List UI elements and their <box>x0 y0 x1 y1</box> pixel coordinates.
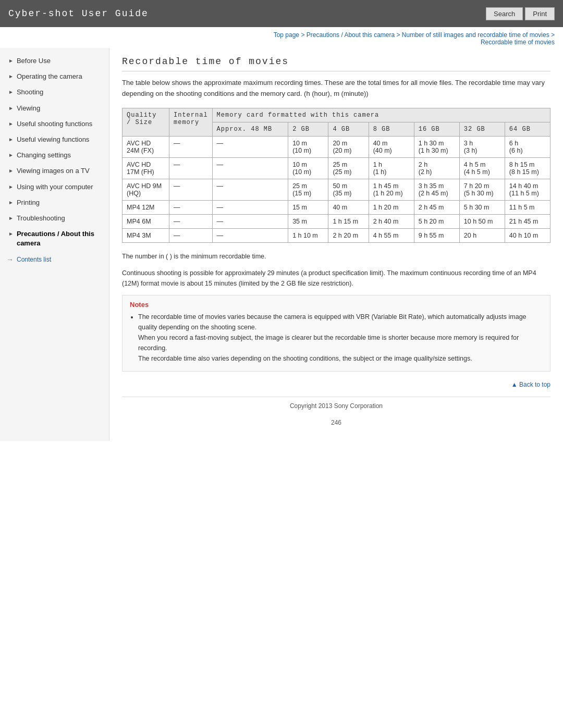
cell-8gb-1: 40 m(40 m) <box>369 136 414 157</box>
sidebar-label-shooting: Shooting <box>17 88 43 97</box>
content-area: Recordable time of movies The table belo… <box>109 48 563 441</box>
page-number: 246 <box>122 415 550 430</box>
sidebar-item-useful-shooting[interactable]: ► Useful shooting functions <box>0 116 109 132</box>
table-row: AVC HD 9M (HQ) — — 25 m(15 m) 50 m(35 m)… <box>123 179 550 200</box>
th-internal: Internal memory <box>169 108 213 136</box>
sidebar-label-printing: Printing <box>17 198 40 207</box>
cell-16gb-2: 2 h(2 h) <box>414 157 459 179</box>
sidebar-arrow-12: ► <box>8 230 14 238</box>
breadcrumb-link-number[interactable]: Number of still images and recordable ti… <box>402 31 549 39</box>
sidebar-label-operating: Operating the camera <box>17 72 82 81</box>
sidebar-item-printing[interactable]: ► Printing <box>0 195 109 211</box>
recording-table: Quality / Size Internal memory Memory ca… <box>122 108 550 243</box>
sidebar-label-computer: Using with your computer <box>17 182 93 192</box>
cell-8gb-3: 1 h 45 m(1 h 20 m) <box>369 179 414 200</box>
cell-approx-5: — <box>212 214 288 228</box>
sidebar-label-troubleshooting: Troubleshooting <box>17 214 65 223</box>
sidebar-item-changing-settings[interactable]: ► Changing settings <box>0 147 109 163</box>
print-button[interactable]: Print <box>525 7 555 20</box>
cell-internal-5: — <box>169 214 213 228</box>
sidebar-label-viewing: Viewing <box>17 104 40 113</box>
cell-64gb-4: 11 h 5 m <box>505 200 550 214</box>
notes-box: Notes The recordable time of movies vari… <box>122 295 550 372</box>
contents-list-link[interactable]: → Contents list <box>0 251 109 268</box>
th-16gb: 16 GB <box>414 122 459 136</box>
cell-quality-2: AVC HD 17M (FH) <box>123 157 169 179</box>
main-layout: ► Before Use ► Operating the camera ► Sh… <box>0 48 563 441</box>
cell-16gb-4: 2 h 45 m <box>414 200 459 214</box>
breadcrumb-link-precautions[interactable]: Precautions / About this camera <box>307 31 395 39</box>
sidebar-label-useful-viewing: Useful viewing functions <box>17 135 89 144</box>
sidebar-label-viewing-tv: Viewing images on a TV <box>17 166 90 176</box>
footer: Copyright 2013 Sony Corporation <box>122 397 550 415</box>
cell-2gb-5: 35 m <box>288 214 328 228</box>
cell-quality-3: AVC HD 9M (HQ) <box>123 179 169 200</box>
search-button[interactable]: Search <box>486 7 523 20</box>
sidebar-arrow-2: ► <box>8 73 14 80</box>
table-row: MP4 12M — — 15 m 40 m 1 h 20 m 2 h 45 m … <box>123 200 550 214</box>
cell-16gb-3: 3 h 35 m(2 h 45 m) <box>414 179 459 200</box>
cell-32gb-1: 3 h(3 h) <box>459 136 505 157</box>
app-title: Cyber-shot User Guide <box>8 8 149 19</box>
cell-8gb-6: 4 h 55 m <box>369 228 414 242</box>
cell-quality-4: MP4 12M <box>123 200 169 214</box>
sidebar-item-computer[interactable]: ► Using with your computer <box>0 179 109 195</box>
breadcrumb-link-top[interactable]: Top page <box>274 31 299 39</box>
cell-quality-6: MP4 3M <box>123 228 169 242</box>
sidebar-arrow-5: ► <box>8 120 14 128</box>
cell-internal-1: — <box>169 136 213 157</box>
cell-4gb-5: 1 h 15 m <box>328 214 369 228</box>
cell-internal-6: — <box>169 228 213 242</box>
th-2gb: 2 GB <box>288 122 328 136</box>
sidebar-arrow-4: ► <box>8 105 14 112</box>
sidebar-item-before-use[interactable]: ► Before Use <box>0 53 109 69</box>
table-row: MP4 3M — — 1 h 10 m 2 h 20 m 4 h 55 m 9 … <box>123 228 550 242</box>
notes-title: Notes <box>130 301 543 309</box>
cell-32gb-6: 20 h <box>459 228 505 242</box>
cell-quality-5: MP4 6M <box>123 214 169 228</box>
back-to-top[interactable]: ▲ Back to top <box>122 378 550 391</box>
table-row: AVC HD 17M (FH) — — 10 m(10 m) 25 m(25 m… <box>123 157 550 179</box>
cell-approx-1: — <box>212 136 288 157</box>
cell-4gb-6: 2 h 20 m <box>328 228 369 242</box>
sidebar-item-shooting[interactable]: ► Shooting <box>0 84 109 100</box>
cell-4gb-1: 20 m(20 m) <box>328 136 369 157</box>
cell-quality-1: AVC HD 24M (FX) <box>123 136 169 157</box>
cell-2gb-2: 10 m(10 m) <box>288 157 328 179</box>
cell-32gb-3: 7 h 20 m(5 h 30 m) <box>459 179 505 200</box>
cell-64gb-2: 8 h 15 m(8 h 15 m) <box>505 157 550 179</box>
cell-2gb-1: 10 m(10 m) <box>288 136 328 157</box>
back-to-top-link[interactable]: ▲ Back to top <box>511 381 550 388</box>
th-8gb: 8 GB <box>369 122 414 136</box>
sidebar-label-precautions: Precautions / About this camera <box>17 229 103 248</box>
sidebar-item-useful-viewing[interactable]: ► Useful viewing functions <box>0 132 109 147</box>
cell-approx-6: — <box>212 228 288 242</box>
sidebar-item-viewing-tv[interactable]: ► Viewing images on a TV <box>0 163 109 179</box>
sidebar-item-troubleshooting[interactable]: ► Troubleshooting <box>0 211 109 226</box>
sidebar-item-precautions[interactable]: ► Precautions / About this camera <box>0 226 109 251</box>
sidebar-item-viewing[interactable]: ► Viewing <box>0 101 109 116</box>
sidebar-arrow-1: ► <box>8 57 14 65</box>
cell-approx-2: — <box>212 157 288 179</box>
sidebar-arrow-10: ► <box>8 199 14 206</box>
cell-64gb-3: 14 h 40 m(11 h 5 m) <box>505 179 550 200</box>
sidebar-label-changing-settings: Changing settings <box>17 151 71 160</box>
cell-4gb-3: 50 m(35 m) <box>328 179 369 200</box>
table-row: AVC HD 24M (FX) — — 10 m(10 m) 20 m(20 m… <box>123 136 550 157</box>
sidebar-arrow-3: ► <box>8 89 14 96</box>
notes-item-1: The recordable time of movies varies bec… <box>138 312 543 364</box>
cell-64gb-5: 21 h 45 m <box>505 214 550 228</box>
cell-4gb-2: 25 m(25 m) <box>328 157 369 179</box>
cell-16gb-6: 9 h 55 m <box>414 228 459 242</box>
cell-4gb-4: 40 m <box>328 200 369 214</box>
contents-list-label: Contents list <box>17 256 51 263</box>
copyright-text: Copyright 2013 Sony Corporation <box>290 402 383 410</box>
cell-32gb-2: 4 h 5 m(4 h 5 m) <box>459 157 505 179</box>
cell-32gb-5: 10 h 50 m <box>459 214 505 228</box>
cell-8gb-5: 2 h 40 m <box>369 214 414 228</box>
sidebar: ► Before Use ► Operating the camera ► Sh… <box>0 48 109 441</box>
sidebar-item-operating[interactable]: ► Operating the camera <box>0 69 109 84</box>
breadcrumb-link-current[interactable]: Recordable time of movies <box>481 39 555 46</box>
th-32gb: 32 GB <box>459 122 505 136</box>
th-quality: Quality / Size <box>123 108 169 136</box>
